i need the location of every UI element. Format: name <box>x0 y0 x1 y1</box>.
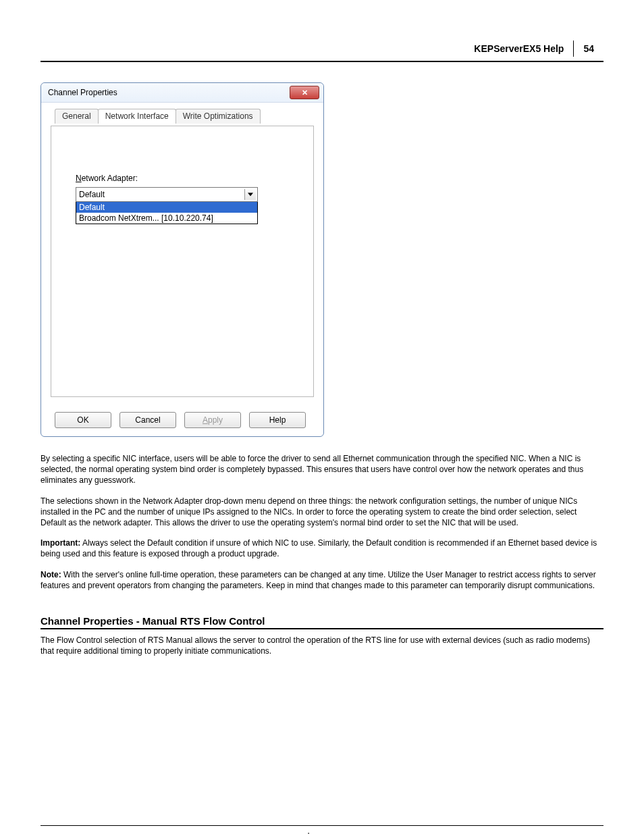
channel-properties-dialog: Channel Properties ✕ General Network Int… <box>41 82 324 437</box>
page-footer: www.kepware.com <box>41 825 603 834</box>
ok-button[interactable]: OK <box>55 412 111 428</box>
doc-title: KEPServerEX5 Help <box>464 41 574 57</box>
svg-marker-0 <box>248 193 253 197</box>
close-icon: ✕ <box>302 88 308 97</box>
dialog-title: Channel Properties <box>48 88 117 97</box>
tab-write-optimizations[interactable]: Write Optimizations <box>176 109 261 124</box>
page-header: KEPServerEX5 Help 54 <box>41 41 603 57</box>
section-paragraph: The Flow Control selection of RTS Manual… <box>41 635 603 656</box>
cancel-button[interactable]: Cancel <box>119 412 176 428</box>
apply-button[interactable]: Apply <box>184 412 241 428</box>
dialog-titlebar: Channel Properties ✕ <box>41 83 323 103</box>
combo-value: Default <box>79 190 105 199</box>
section-heading: Channel Properties - Manual RTS Flow Con… <box>41 615 603 627</box>
dialog-button-row: OK Cancel Apply Help <box>41 405 323 436</box>
body-paragraph-3: Important: Always select the Default con… <box>41 538 603 559</box>
section-rule <box>41 628 603 629</box>
help-button[interactable]: Help <box>249 412 306 428</box>
network-adapter-combo[interactable]: Default Default Broadcom NetXtrem... [10… <box>76 187 258 224</box>
combo-option-nic[interactable]: Broadcom NetXtrem... [10.10.220.74] <box>76 213 257 224</box>
header-rule <box>41 61 603 62</box>
page-number: 54 <box>574 41 603 57</box>
tab-panel: Network Adapter: Default Default Broadco… <box>51 126 314 397</box>
close-button[interactable]: ✕ <box>290 86 319 99</box>
body-paragraph-2: The selections shown in the Network Adap… <box>41 496 603 529</box>
chevron-down-icon <box>244 189 256 200</box>
tab-strip: General Network Interface Write Optimiza… <box>55 108 314 123</box>
combo-dropdown-list: Default Broadcom NetXtrem... [10.10.220.… <box>76 202 258 224</box>
tab-general[interactable]: General <box>55 109 99 124</box>
network-adapter-label: Network Adapter: <box>76 174 289 183</box>
combo-option-default[interactable]: Default <box>76 202 257 213</box>
body-paragraph-4: Note: With the server's online full-time… <box>41 569 603 591</box>
tab-network-interface[interactable]: Network Interface <box>98 109 176 124</box>
body-paragraph-1: By selecting a specific NIC interface, u… <box>41 453 603 486</box>
